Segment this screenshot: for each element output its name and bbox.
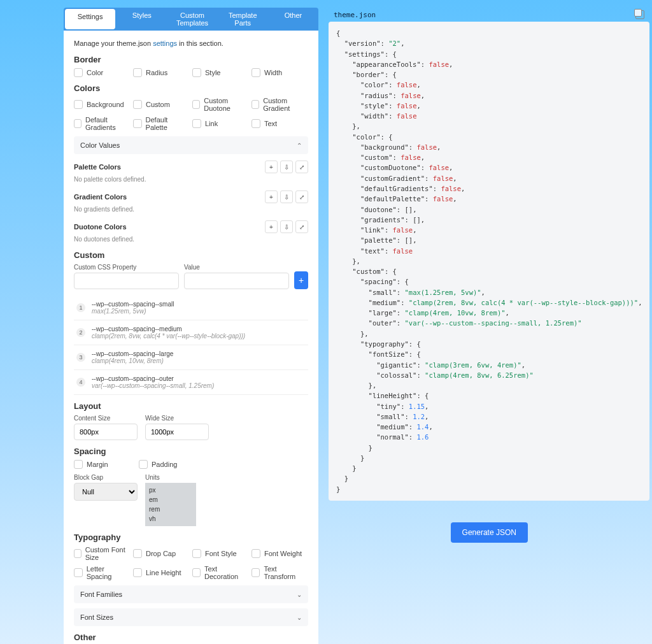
colors-text-label: Text: [264, 120, 277, 127]
settings-link[interactable]: settings: [153, 39, 177, 47]
palette-colors-add-button[interactable]: +: [265, 161, 278, 173]
duotone-colors-heading: Duotone Colors: [74, 223, 127, 231]
colors-heading: Colors: [74, 83, 308, 93]
spacing-padding-checkbox[interactable]: [139, 460, 148, 469]
typography-text-transform-checkbox[interactable]: [252, 568, 260, 577]
border-color-checkbox[interactable]: [74, 68, 83, 77]
content-size-input[interactable]: [74, 424, 138, 440]
content-size-label: Content Size: [74, 415, 138, 422]
duotone-colors-import-button[interactable]: ⇩: [280, 220, 293, 233]
custom-prop-input[interactable]: [74, 273, 179, 289]
spacing-heading: Spacing: [74, 447, 308, 456]
json-filename: theme.json: [334, 11, 376, 19]
generate-json-button[interactable]: Generate JSON: [451, 522, 528, 543]
copy-icon[interactable]: [635, 10, 644, 19]
custom-item[interactable]: 1 --wp--custom--spacing--small max(1.25r…: [74, 296, 308, 320]
custom-item-index: 3: [76, 353, 85, 362]
gradient-colors-import-button[interactable]: ⇩: [280, 190, 293, 203]
typography-line-height-checkbox[interactable]: [133, 568, 142, 577]
custom-item-value: var(--wp--custom--spacing--small, 1.25re…: [92, 382, 306, 389]
typography-text-transform-label: Text Transform: [264, 565, 308, 580]
spacing-margin-label: Margin: [87, 461, 108, 468]
custom-item[interactable]: 3 --wp--custom--spacing--large clamp(4re…: [74, 345, 308, 370]
typography-font-style-checkbox[interactable]: [192, 549, 201, 558]
typography-custom-font-size-label: Custom Font Size: [85, 546, 131, 561]
duotone-colors-expand-button[interactable]: ⤢: [295, 220, 308, 233]
colors-custom-gradient-label: Custom Gradient: [263, 97, 308, 112]
typography-drop-cap-checkbox[interactable]: [133, 549, 142, 558]
chevron-down-icon: ⌄: [297, 614, 302, 621]
gradient-colors-add-button[interactable]: +: [265, 190, 278, 203]
custom-item[interactable]: 2 --wp--custom--spacing--medium clamp(2r…: [74, 320, 308, 345]
custom-item[interactable]: 4 --wp--custom--spacing--outer var(--wp-…: [74, 370, 308, 395]
units-listbox[interactable]: pxemremvh: [145, 483, 196, 526]
colors-custom-duotone-checkbox[interactable]: [192, 100, 200, 109]
colors-text-checkbox[interactable]: [252, 119, 260, 128]
font-families-accordion[interactable]: Font Families ⌄: [74, 585, 308, 603]
gradient-colors-empty: No gradients defined.: [74, 206, 308, 213]
border-style-checkbox[interactable]: [192, 68, 201, 77]
custom-item-name: --wp--custom--spacing--small: [92, 301, 306, 308]
typography-letter-spacing-label: Letter Spacing: [87, 565, 131, 580]
duotone-colors-empty: No duotones defined.: [74, 236, 308, 243]
custom-item-value: clamp(2rem, 8vw, calc(4 * var(--wp--styl…: [92, 333, 306, 340]
typography-text-decoration-checkbox[interactable]: [192, 568, 201, 577]
chevron-up-icon: ⌃: [297, 142, 302, 149]
gradient-colors-heading: Gradient Colors: [74, 193, 127, 201]
units-option[interactable]: rem: [149, 504, 192, 514]
duotone-colors-add-button[interactable]: +: [265, 220, 278, 233]
border-radius-checkbox[interactable]: [133, 68, 142, 77]
palette-colors-import-button[interactable]: ⇩: [280, 161, 293, 173]
units-option[interactable]: vh: [149, 514, 192, 524]
colors-custom-checkbox[interactable]: [133, 100, 142, 109]
colors-custom-duotone-label: Custom Duotone: [204, 97, 249, 112]
colors-custom-gradient-checkbox[interactable]: [252, 100, 259, 109]
wide-size-label: Wide Size: [145, 415, 209, 422]
tab-custom-templates[interactable]: Custom Templates: [167, 8, 217, 31]
border-style-label: Style: [205, 69, 220, 76]
tab-styles[interactable]: Styles: [117, 8, 167, 31]
palette-colors-expand-button[interactable]: ⤢: [295, 161, 308, 173]
colors-background-checkbox[interactable]: [74, 100, 83, 109]
typography-font-weight-label: Font Weight: [264, 550, 302, 557]
units-option[interactable]: em: [149, 495, 192, 504]
colors-default-gradients-checkbox[interactable]: [74, 119, 82, 128]
colors-default-gradients-label: Default Gradients: [85, 116, 131, 131]
typography-font-weight-checkbox[interactable]: [252, 549, 260, 558]
custom-item-name: --wp--custom--spacing--medium: [92, 326, 306, 333]
font-sizes-accordion[interactable]: Font Sizes ⌄: [74, 608, 308, 626]
colors-default-palette-checkbox[interactable]: [133, 119, 142, 128]
wide-size-input[interactable]: [145, 424, 209, 440]
typography-line-height-label: Line Height: [146, 569, 181, 576]
custom-prop-label: Custom CSS Property: [74, 264, 179, 271]
spacing-margin-checkbox[interactable]: [74, 460, 83, 469]
border-width-checkbox[interactable]: [252, 68, 260, 77]
block-gap-label: Block Gap: [74, 474, 138, 481]
colors-link-checkbox[interactable]: [192, 119, 201, 128]
tab-settings[interactable]: Settings: [65, 9, 115, 29]
colors-custom-label: Custom: [146, 101, 170, 108]
color-values-accordion[interactable]: Color Values ⌃: [74, 136, 308, 154]
units-option[interactable]: px: [149, 485, 192, 495]
custom-item-name: --wp--custom--spacing--large: [92, 350, 306, 357]
border-radius-label: Radius: [146, 69, 167, 76]
other-heading: Other: [74, 633, 308, 642]
border-heading: Border: [74, 55, 308, 64]
custom-val-input[interactable]: [184, 273, 289, 289]
custom-item-index: 4: [76, 378, 85, 387]
custom-item-name: --wp--custom--spacing--outer: [92, 375, 306, 382]
typography-heading: Typography: [74, 533, 308, 542]
tab-other[interactable]: Other: [268, 8, 318, 31]
colors-default-palette-label: Default Palette: [146, 116, 190, 131]
custom-item-index: 1: [76, 303, 85, 312]
typography-letter-spacing-checkbox[interactable]: [74, 568, 83, 577]
json-output: { "version": "2", "settings": { "appeara…: [329, 22, 649, 501]
gradient-colors-expand-button[interactable]: ⤢: [295, 190, 308, 203]
block-gap-select[interactable]: Null: [74, 483, 138, 501]
typography-custom-font-size-checkbox[interactable]: [74, 549, 82, 558]
layout-heading: Layout: [74, 401, 308, 411]
border-color-label: Color: [87, 69, 103, 76]
add-custom-button[interactable]: +: [294, 271, 308, 289]
units-label: Units: [145, 474, 202, 481]
tab-template-parts[interactable]: Template Parts: [218, 8, 268, 31]
